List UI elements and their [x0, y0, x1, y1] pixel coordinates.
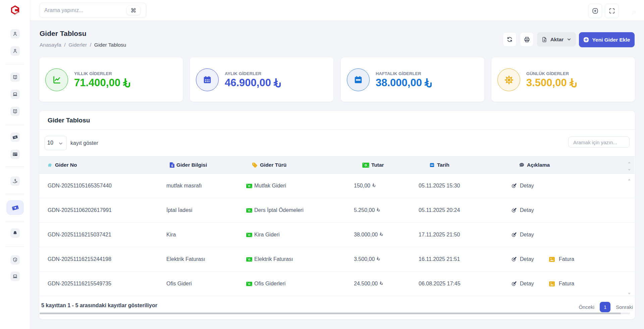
svg-text:$: $ [171, 164, 173, 167]
